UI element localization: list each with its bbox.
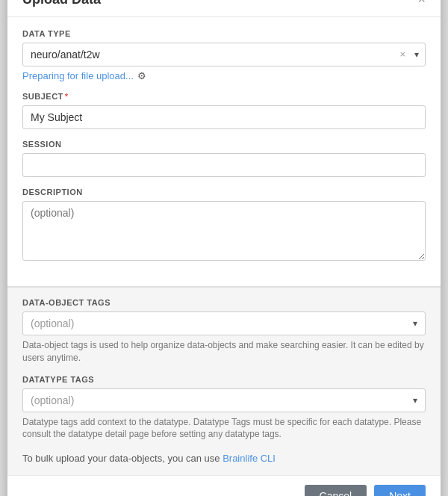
data-type-value: neuro/anat/t2w [23, 43, 396, 66]
gear-icon: ⚙ [137, 70, 146, 81]
modal-header: Upload Data × [7, 0, 441, 17]
session-group: SESSION [22, 140, 426, 177]
datatype-tags-select[interactable]: (optional) ▾ [22, 388, 426, 412]
datatype-tags-help: Datatype tags add context to the datatyp… [22, 416, 426, 441]
datatype-tags-group: DATATYPE TAGS (optional) ▾ Datatype tags… [22, 375, 426, 441]
preparing-message: Preparing for file upload... [22, 70, 134, 81]
upload-data-modal: Upload Data × DATA TYPE neuro/anat/t2w ×… [7, 0, 441, 496]
datatype-tags-label: DATATYPE TAGS [22, 375, 426, 384]
data-type-input-wrapper[interactable]: neuro/anat/t2w × ▾ [22, 43, 426, 66]
cancel-button[interactable]: Cancel [305, 485, 367, 496]
subject-group: SUBJECT* [22, 92, 426, 129]
datatype-tags-chevron-icon[interactable]: ▾ [405, 395, 425, 406]
modal-footer: Cancel Next [7, 475, 441, 496]
data-object-tags-section: DATA-OBJECT TAGS (optional) ▾ Data-objec… [7, 287, 441, 475]
description-textarea[interactable] [22, 201, 426, 261]
chevron-down-icon[interactable]: ▾ [408, 49, 425, 60]
close-button[interactable]: × [417, 0, 426, 6]
modal-overlay: Upload Data × DATA TYPE neuro/anat/t2w ×… [0, 0, 448, 496]
next-button[interactable]: Next [374, 485, 426, 496]
subject-label: SUBJECT* [22, 92, 426, 101]
clear-icon[interactable]: × [396, 49, 408, 60]
preparing-text: Preparing for file upload... ⚙ [22, 70, 426, 81]
data-object-tags-select[interactable]: (optional) ▾ [22, 311, 426, 335]
description-label: DESCRIPTION [22, 187, 426, 196]
data-type-group: DATA TYPE neuro/anat/t2w × ▾ Preparing f… [22, 29, 426, 81]
bulk-upload-section: To bulk upload your data-objects, you ca… [22, 451, 426, 465]
session-label: SESSION [22, 140, 426, 149]
data-object-tags-placeholder: (optional) [23, 312, 405, 335]
data-type-label: DATA TYPE [22, 29, 426, 38]
bulk-upload-text: To bulk upload your data-objects, you ca… [22, 453, 276, 464]
data-object-tags-label: DATA-OBJECT TAGS [22, 298, 426, 307]
subject-input[interactable] [22, 105, 426, 129]
modal-title: Upload Data [22, 0, 101, 7]
session-input[interactable] [22, 153, 426, 177]
data-object-tags-chevron-icon[interactable]: ▾ [405, 318, 425, 329]
data-object-tags-group: DATA-OBJECT TAGS (optional) ▾ Data-objec… [22, 298, 426, 365]
brainlife-cli-link[interactable]: Brainlife CLI [223, 453, 276, 464]
data-object-tags-help: Data-object tags is used to help organiz… [22, 339, 426, 365]
datatype-tags-placeholder: (optional) [23, 389, 405, 412]
required-marker: * [65, 92, 69, 101]
modal-body: DATA TYPE neuro/anat/t2w × ▾ Preparing f… [7, 17, 441, 286]
description-group: DESCRIPTION [22, 187, 426, 264]
